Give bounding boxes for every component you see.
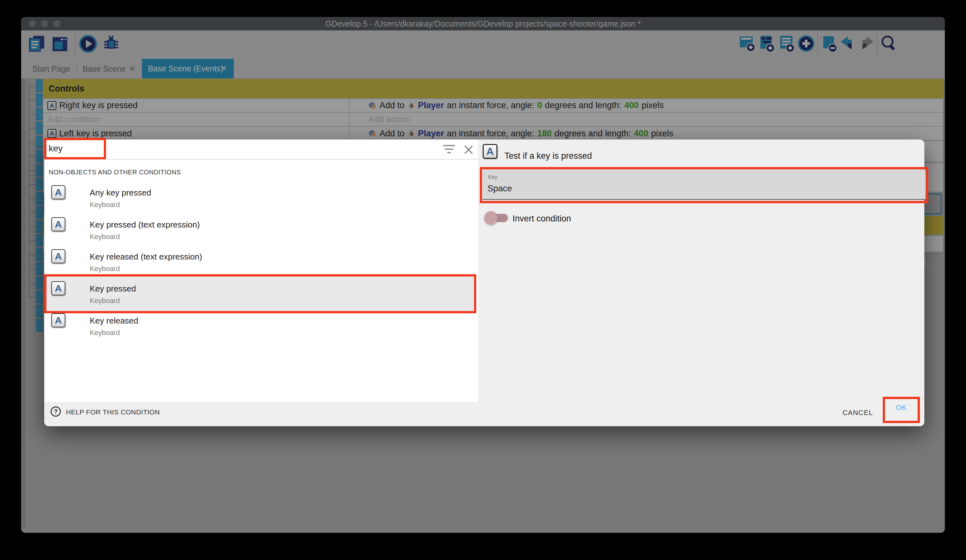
invert-condition-label: Invert condition <box>513 214 571 224</box>
window-title: GDevelop 5 - /Users/dkarakay/Documents/G… <box>21 17 945 30</box>
conditions-section-header: NON-OBJECTS AND OTHER CONDITIONS <box>49 169 181 176</box>
item-subtitle: Keyboard <box>90 233 120 241</box>
item-title: Key released (text expression) <box>90 252 202 262</box>
item-title: Key pressed (text expression) <box>90 220 200 230</box>
annotation-ok-button <box>883 397 920 423</box>
keyboard-key-icon: A <box>51 313 65 327</box>
filter-icon[interactable] <box>443 145 455 146</box>
item-subtitle: Keyboard <box>90 201 120 209</box>
item-title: Any key pressed <box>90 188 151 198</box>
help-icon[interactable]: ? <box>51 406 61 417</box>
item-title: Key released <box>90 316 138 326</box>
item-subtitle: Keyboard <box>90 265 120 273</box>
annotation-key-pressed-item <box>44 274 476 313</box>
keyboard-key-icon: A <box>51 249 65 264</box>
desktop: GDevelop 5 - /Users/dkarakay/Documents/G… <box>0 0 966 560</box>
list-item-key-released[interactable]: A Key released Keyboard <box>44 309 476 341</box>
annotation-key-field <box>480 167 928 203</box>
filter-icon[interactable] <box>445 149 453 150</box>
list-item-key-pressed-text-expression[interactable]: A Key pressed (text expression) Keyboard <box>44 213 476 245</box>
divider <box>44 159 478 160</box>
titlebar: GDevelop 5 - /Users/dkarakay/Documents/G… <box>21 17 945 30</box>
keyboard-key-icon: A <box>51 217 65 231</box>
item-subtitle: Keyboard <box>90 329 120 337</box>
filter-icon[interactable] <box>447 152 451 153</box>
condition-title: Test if a key is pressed <box>504 151 592 161</box>
keyboard-key-icon: A <box>51 185 65 199</box>
list-item-key-released-text-expression[interactable]: A Key released (text expression) Keyboar… <box>44 245 476 277</box>
invert-condition-toggle-thumb[interactable] <box>484 211 498 224</box>
annotation-search-field <box>44 138 106 159</box>
keyboard-key-icon: A <box>483 144 498 159</box>
cancel-button[interactable]: CANCEL <box>838 403 877 422</box>
list-item-any-key-pressed[interactable]: A Any key pressed Keyboard <box>44 181 476 213</box>
help-link[interactable]: HELP FOR THIS CONDITION <box>66 408 160 416</box>
